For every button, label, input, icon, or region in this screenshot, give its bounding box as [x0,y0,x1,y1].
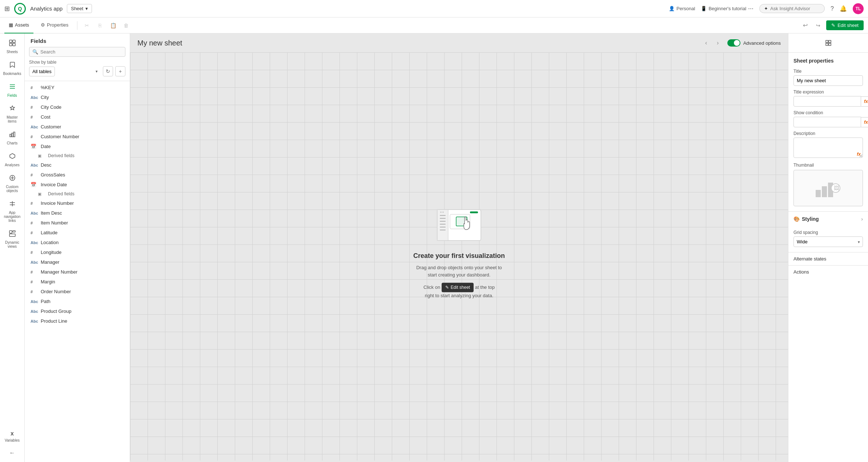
copy-button[interactable]: ⎘ [95,20,105,31]
inline-edit-sheet-button[interactable]: ✎ Edit sheet [442,283,474,292]
field-item[interactable]: #Latitude [25,228,130,238]
field-item[interactable]: AbcCity [25,92,130,102]
sidebar-item-variables[interactable]: x Variables [2,427,23,445]
field-item[interactable]: AbcCustomer [25,122,130,132]
show-condition-fx-button[interactable]: fx [861,117,868,127]
table-select[interactable]: All tables [29,67,55,76]
field-type-hash: # [31,115,38,119]
field-item[interactable]: #City Code [25,102,130,112]
field-item[interactable]: #GrossSales [25,170,130,180]
field-derived-item[interactable]: ▣Derived fields [25,190,130,198]
tutorial-section[interactable]: 📱 Beginner's tutorial ··· [701,5,754,12]
field-item[interactable]: #Cost [25,112,130,122]
field-item[interactable]: 📅Date [25,142,130,151]
grid-menu-icon[interactable]: ⊞ [4,5,10,13]
sidebar-item-analyses[interactable]: Analyses [2,150,23,170]
advanced-options-switch[interactable] [727,39,740,47]
field-name: Manager [41,259,59,265]
description-fx-button[interactable]: fx [857,152,861,157]
qlik-logo[interactable]: Q [14,3,26,15]
edit-sheet-button[interactable]: ✎ Edit sheet [826,20,864,30]
sidebar-item-dynamic[interactable]: Dynamic views [2,227,23,251]
sheet-selector[interactable]: Sheet ▾ [67,4,92,13]
alternate-states-label: Alternate states [793,256,826,262]
tab-assets[interactable]: ▦ Assets [4,17,33,33]
field-type-abc: Abc [31,125,38,129]
user-avatar[interactable]: TL [853,3,864,14]
cut-button[interactable]: ✂ [82,20,92,31]
field-name: Invoice Number [41,200,74,206]
thumbnail-preview[interactable]: 🖼 [793,170,863,206]
refresh-table-button[interactable]: ↻ [103,66,113,76]
advanced-options-toggle[interactable]: Advanced options [727,39,781,47]
field-item[interactable]: AbcManager [25,257,130,267]
field-name: Customer [41,124,61,130]
sidebar-item-custom[interactable]: Custom objects [2,171,23,196]
svg-rect-16 [9,234,15,236]
field-item[interactable]: AbcLocation [25,238,130,247]
tutorial-label: Beginner's tutorial [708,6,746,11]
field-item[interactable]: 📅Invoice Date [25,180,130,190]
paste-button[interactable]: 📋 [108,20,118,31]
field-item[interactable]: AbcDesc [25,160,130,170]
field-item[interactable]: #Margin [25,277,130,287]
field-item[interactable]: #Order Number [25,287,130,296]
description-input[interactable] [793,138,863,158]
canvas-next-button[interactable]: › [713,38,723,48]
title-expression-fx-button[interactable]: fx [861,96,868,107]
title-input[interactable] [793,75,863,86]
field-item[interactable]: #Longitude [25,247,130,257]
fields-search-input[interactable] [40,49,122,55]
grid-spacing-select[interactable]: Wide Medium Narrow [793,236,863,247]
field-name: Product Group [41,308,72,314]
field-type-abc: Abc [31,309,38,314]
delete-button[interactable]: 🗑 [121,20,131,31]
fields-search-box[interactable]: 🔍 [29,47,125,57]
field-name: GrossSales [41,172,65,178]
field-type-abc: Abc [31,319,38,323]
field-item[interactable]: #Item Number [25,218,130,228]
field-item[interactable]: AbcProduct Group [25,306,130,316]
sidebar-item-masteritems[interactable]: Master items [2,102,23,126]
table-select-wrapper: All tables [29,67,101,76]
sidebar-item-sheets[interactable]: Sheets [2,36,23,57]
tab-properties[interactable]: ⚙ Properties [36,17,73,33]
advanced-options-label: Advanced options [743,40,781,46]
styling-section[interactable]: 🎨 Styling › [788,211,868,226]
sidebar-item-appnav[interactable]: App navigation links [2,197,23,226]
field-type-hash: # [31,173,38,177]
sidebar-item-fields[interactable]: Fields [2,80,23,100]
fields-panel: Fields 🔍 Show by table All tables ↻ + [25,33,130,462]
edit-sheet-label: Edit sheet [837,23,859,28]
search-icon: 🔍 [32,49,38,55]
title-expression-input[interactable] [793,96,861,107]
field-name: Order Number [41,289,71,294]
field-derived-item[interactable]: ▣Derived fields [25,151,130,160]
sidebar-item-bookmarks[interactable]: Bookmarks [2,58,23,79]
show-condition-input[interactable] [793,117,861,127]
field-item[interactable]: AbcProduct Line [25,316,130,326]
svg-rect-15 [13,231,15,232]
field-item[interactable]: #Invoice Number [25,198,130,208]
field-item[interactable]: AbcItem Desc [25,208,130,218]
tutorial-more-icon[interactable]: ··· [748,5,754,12]
add-field-button[interactable]: + [115,66,125,76]
insight-advisor-search[interactable]: ✦ [759,4,825,13]
field-item[interactable]: #Manager Number [25,267,130,277]
field-type-hash: # [31,201,38,206]
help-icon[interactable]: ? [831,5,834,12]
svg-rect-18 [437,210,448,240]
properties-panel-icon[interactable] [823,37,834,49]
insight-advisor-input[interactable] [770,6,817,11]
field-item[interactable]: #Customer Number [25,132,130,142]
sidebar-item-charts[interactable]: Charts [2,128,23,148]
field-item[interactable]: AbcPath [25,296,130,306]
redo-button[interactable]: ↪ [813,20,823,31]
undo-button[interactable]: ↩ [800,20,810,31]
sidebar-collapse-button[interactable]: ← [7,447,18,459]
canvas-prev-button[interactable]: ‹ [701,38,711,48]
notifications-icon[interactable]: 🔔 [840,5,847,12]
sheet-selector-chevron: ▾ [85,6,88,11]
field-item[interactable]: #%KEY [25,83,130,92]
left-sidebar: Sheets Bookmarks Fields [0,33,25,462]
